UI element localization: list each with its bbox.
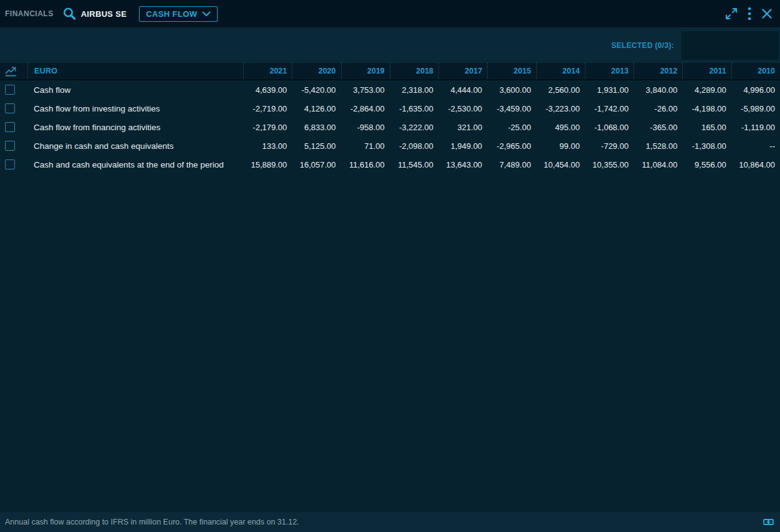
row-value: -2,864.00 [341, 104, 390, 113]
report-type-dropdown[interactable]: CASH FLOW [139, 6, 218, 22]
row-value: -1,635.00 [390, 104, 438, 113]
app-title: FINANCIALS [5, 9, 54, 18]
search-button[interactable] [61, 6, 77, 22]
row-value: 15,889.00 [243, 160, 292, 169]
row-value: -1,119.00 [731, 123, 780, 132]
row-value: -1,068.00 [585, 123, 633, 132]
row-value: -26.00 [633, 104, 682, 113]
row-value: -5,989.00 [731, 104, 780, 113]
footer: Annual cash flow according to IFRS in mi… [0, 512, 780, 532]
expand-icon [725, 7, 738, 20]
row-value: 5,125.00 [292, 141, 340, 151]
expand-button[interactable] [725, 7, 738, 20]
link-button[interactable] [763, 518, 774, 526]
row-value: 3,753.00 [341, 85, 390, 95]
row-value: 321.00 [438, 123, 487, 132]
row-value: -2,179.00 [243, 123, 292, 132]
year-column-header: 2021 [243, 63, 292, 79]
row-value: -3,222.00 [390, 123, 438, 132]
row-checkbox[interactable] [5, 159, 15, 169]
row-checkbox[interactable] [5, 103, 15, 113]
row-value: 1,931.00 [585, 85, 633, 95]
row-value: 3,600.00 [487, 85, 536, 95]
table-row: Cash flow from investing activities-2,71… [0, 99, 780, 118]
row-value: -4,198.00 [682, 104, 731, 113]
row-value: 9,556.00 [682, 160, 731, 169]
chart-column-header [0, 63, 27, 79]
year-column-header: 2014 [536, 63, 585, 79]
row-value: 4,639.00 [243, 85, 292, 95]
row-label: Cash flow from investing activities [27, 104, 243, 113]
row-label: Cash and cash equivalents at the end of … [27, 160, 243, 169]
chart-line-icon [5, 66, 17, 77]
year-column-header: 2020 [292, 63, 340, 79]
row-checkbox-cell [0, 103, 27, 113]
row-value: -3,459.00 [487, 104, 536, 113]
table-row: Cash flow4,639.00-5,420.003,753.002,318.… [0, 80, 780, 99]
report-type-dropdown-label: CASH FLOW [146, 9, 197, 19]
search-icon [61, 6, 77, 22]
row-value: 10,454.00 [536, 160, 585, 169]
financials-widget: FINANCIALS AIRBUS SE CASH FLOW [0, 0, 780, 532]
link-icon [763, 518, 774, 526]
row-value: 13,643.00 [438, 160, 487, 169]
row-value: 3,840.00 [633, 85, 682, 95]
row-value: 11,084.00 [633, 160, 682, 169]
close-icon [761, 8, 773, 19]
row-value: 7,489.00 [487, 160, 536, 169]
selected-items-slot[interactable] [681, 31, 779, 60]
row-value: -5,420.00 [292, 85, 340, 95]
row-checkbox[interactable] [5, 85, 15, 95]
menu-button[interactable] [748, 7, 751, 21]
row-value: -3,223.00 [536, 104, 585, 113]
row-value: -2,530.00 [438, 104, 487, 113]
row-value: 4,126.00 [292, 104, 340, 113]
row-checkbox[interactable] [5, 122, 15, 132]
row-value: -1,742.00 [585, 104, 633, 113]
row-value: 2,560.00 [536, 85, 585, 95]
row-value: -- [731, 141, 780, 151]
row-value: 11,545.00 [390, 160, 438, 169]
row-value: 1,949.00 [438, 141, 487, 151]
kebab-menu-icon [748, 7, 751, 21]
table-body: Cash flow4,639.00-5,420.003,753.002,318.… [0, 80, 780, 174]
table-row: Cash and cash equivalents at the end of … [0, 155, 780, 174]
row-checkbox-cell [0, 141, 27, 151]
row-value: -2,965.00 [487, 141, 536, 151]
row-value: -1,308.00 [682, 141, 731, 151]
selected-count-label: SELECTED (0/3): [611, 41, 674, 50]
row-value: -729.00 [585, 141, 633, 151]
close-button[interactable] [761, 8, 773, 19]
row-value: 16,057.00 [292, 160, 340, 169]
row-checkbox[interactable] [5, 141, 15, 151]
row-label: Change in cash and cash equivalents [27, 141, 243, 151]
row-value: 4,289.00 [682, 85, 731, 95]
row-checkbox-cell [0, 122, 27, 132]
year-column-header: 2011 [682, 63, 731, 79]
row-value: 165.00 [682, 123, 731, 132]
footer-note: Annual cash flow according to IFRS in mi… [5, 518, 299, 526]
row-checkbox-cell [0, 85, 27, 95]
row-value: -365.00 [633, 123, 682, 132]
currency-column-header: EURO [27, 63, 243, 79]
row-value: 4,444.00 [438, 85, 487, 95]
row-label: Cash flow [27, 85, 243, 95]
year-column-header: 2015 [487, 63, 536, 79]
row-value: 10,864.00 [731, 160, 780, 169]
row-value: 99.00 [536, 141, 585, 151]
year-column-header: 2019 [341, 63, 390, 79]
table-row: Change in cash and cash equivalents133.0… [0, 136, 780, 155]
instrument-name[interactable]: AIRBUS SE [81, 9, 127, 19]
selection-band: SELECTED (0/3): [0, 27, 780, 63]
row-value: 10,355.00 [585, 160, 633, 169]
row-value: 71.00 [341, 141, 390, 151]
year-column-header: 2012 [633, 63, 682, 79]
chevron-down-icon [202, 11, 211, 17]
row-value: -958.00 [341, 123, 390, 132]
row-value: -25.00 [487, 123, 536, 132]
table-header: EURO 20212020201920182017201520142013201… [0, 63, 780, 80]
row-value: 11,616.00 [341, 160, 390, 169]
row-value: 6,833.00 [292, 123, 340, 132]
row-checkbox-cell [0, 159, 27, 169]
row-value: 495.00 [536, 123, 585, 132]
